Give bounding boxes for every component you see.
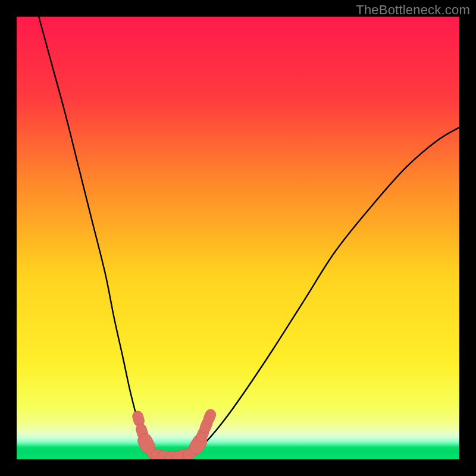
chart-svg: [17, 17, 459, 459]
bottleneck-curve: [39, 17, 459, 459]
plot-area: [17, 17, 459, 459]
attribution-label: TheBottleneck.com: [356, 2, 470, 18]
chart-frame: TheBottleneck.com: [0, 0, 476, 476]
